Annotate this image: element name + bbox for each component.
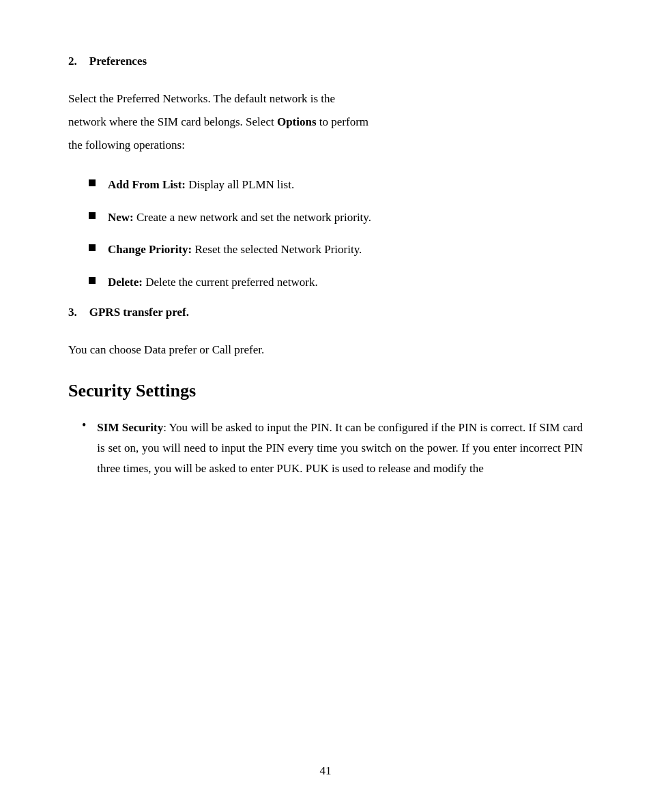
section-2-title: Preferences (89, 55, 147, 68)
body-line3: the following operations: (68, 139, 185, 151)
bullet-list: Add From List: Display all PLMN list. Ne… (68, 176, 583, 291)
section-3-title: GPRS transfer pref. (89, 306, 189, 319)
bullet-text-4: Delete: Delete the current preferred net… (108, 274, 318, 291)
bullet-label-1: Add From List: (108, 178, 186, 191)
bullet-desc-1: Display all PLMN list. (186, 178, 294, 191)
bullet-item-3: Change Priority: Reset the selected Netw… (68, 241, 583, 259)
body-line2: network where the SIM card belongs. Sele… (68, 115, 274, 128)
gprs-body: You can choose Data prefer or Call prefe… (68, 343, 264, 356)
bullet-item-2: New: Create a new network and set the ne… (68, 209, 583, 227)
body-line1: Select the Preferred Networks. The defau… (68, 92, 335, 105)
bullet-desc-4: Delete the current preferred network. (143, 276, 318, 289)
section-3-number: 3. (68, 306, 77, 319)
bullet-label-2: New: (108, 211, 134, 224)
page-number: 41 (320, 764, 332, 778)
bullet-dot-1: • (82, 418, 86, 433)
bullet-desc-3: Reset the selected Network Priority. (192, 243, 362, 256)
bullet-text-2: New: Create a new network and set the ne… (108, 209, 371, 227)
bullet-item-4: Delete: Delete the current preferred net… (68, 274, 583, 291)
bullet-label-3: Change Priority: (108, 243, 192, 256)
sim-security-desc: You will be asked to input the PIN. It c… (97, 421, 583, 475)
security-heading: Security Settings (68, 381, 583, 401)
bullet-text-1: Add From List: Display all PLMN list. (108, 176, 294, 194)
section-3: 3.GPRS transfer pref. You can choose Dat… (68, 306, 583, 362)
bullet-square-4 (89, 277, 96, 284)
section-2-heading: 2.Preferences (68, 55, 583, 68)
bullet-square-3 (89, 244, 96, 251)
options-keyword: Options (277, 115, 317, 128)
section-3-body: You can choose Data prefer or Call prefe… (68, 338, 583, 362)
bullet-label-4: Delete: (108, 276, 143, 289)
security-text-1: SIM Security: You will be asked to input… (97, 418, 583, 478)
bullet-desc-2: Create a new network and set the network… (134, 211, 371, 224)
security-item-1: • SIM Security: You will be asked to inp… (68, 418, 583, 478)
bullet-square-1 (89, 179, 96, 186)
section-3-heading: 3.GPRS transfer pref. (68, 306, 583, 319)
section-2-body: Select the Preferred Networks. The defau… (68, 87, 583, 157)
security-list: • SIM Security: You will be asked to inp… (68, 418, 583, 478)
bullet-square-2 (89, 212, 96, 219)
sim-security-label: SIM Security (97, 421, 163, 434)
page-container: 2.Preferences Select the Preferred Netwo… (0, 0, 651, 812)
bullet-item-1: Add From List: Display all PLMN list. (68, 176, 583, 194)
bullet-text-3: Change Priority: Reset the selected Netw… (108, 241, 362, 259)
body-line2b: to perform (319, 115, 368, 128)
section-2-number: 2. (68, 55, 77, 68)
security-section: Security Settings • SIM Security: You wi… (68, 381, 583, 478)
